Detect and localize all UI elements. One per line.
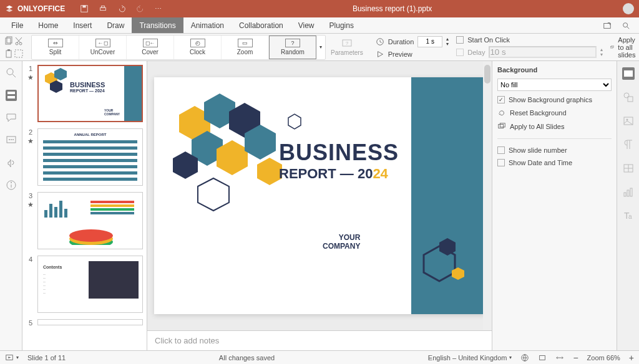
svg-marker-21 xyxy=(378,51,383,57)
hex-corner-graphic xyxy=(405,233,474,302)
spellcheck-icon[interactable] xyxy=(520,353,529,362)
apply-all-button[interactable]: Apply to all slides xyxy=(618,36,639,59)
svg-marker-62 xyxy=(452,267,464,280)
canvas-scrollbar[interactable] xyxy=(483,61,492,330)
apply-icon xyxy=(497,122,506,131)
select-all-icon[interactable] xyxy=(14,49,24,59)
svg-rect-44 xyxy=(90,204,134,207)
user-avatar[interactable] xyxy=(623,3,634,14)
slide-canvas[interactable]: BUSINESS REPORT — 2024 YOURCOMPANY xyxy=(154,77,485,314)
redo-icon[interactable] xyxy=(136,4,145,13)
menu-insert[interactable]: Insert xyxy=(66,17,99,33)
show-graphics-checkbox[interactable]: ✓ xyxy=(497,96,505,103)
menu-draw[interactable]: Draw xyxy=(99,17,132,33)
svg-rect-38 xyxy=(44,210,47,218)
svg-point-29 xyxy=(9,139,10,140)
svg-marker-0 xyxy=(6,6,13,9)
svg-rect-6 xyxy=(604,23,611,28)
feedback-icon[interactable] xyxy=(6,157,17,168)
slide-canvas-area: BUSINESS REPORT — 2024 YOURCOMPANY Click… xyxy=(147,61,492,350)
transition-gallery-expand[interactable]: ▾ xyxy=(316,36,325,59)
svg-rect-73 xyxy=(624,193,626,196)
table-settings-icon[interactable] xyxy=(622,162,635,175)
bg-fill-select[interactable]: No fill xyxy=(497,79,612,91)
more-icon[interactable]: ⋯ xyxy=(155,5,162,13)
start-on-click-checkbox[interactable] xyxy=(456,36,464,44)
paragraph-settings-icon[interactable] xyxy=(622,138,635,151)
transition-zoom[interactable]: ▭Zoom xyxy=(222,36,269,59)
delay-down[interactable]: ▾ xyxy=(600,52,603,57)
duration-down[interactable]: ▾ xyxy=(446,42,449,47)
reset-icon xyxy=(497,108,506,117)
slide-thumb-3[interactable] xyxy=(37,192,143,249)
comments-icon[interactable] xyxy=(6,112,17,123)
fit-page-icon[interactable] xyxy=(538,353,547,362)
find-icon[interactable] xyxy=(6,67,17,79)
duration-input[interactable] xyxy=(417,36,442,47)
apply-all-slides-button[interactable]: Apply to All Slides xyxy=(497,122,612,131)
transition-split[interactable]: ⇔Split xyxy=(32,36,79,59)
menubar: File Home Insert Draw Transitions Animat… xyxy=(0,17,639,34)
clock-icon xyxy=(376,37,384,46)
delay-label: Delay xyxy=(467,49,485,56)
search-icon[interactable] xyxy=(622,21,630,30)
language-selector[interactable]: English – United Kingdom▾ xyxy=(428,354,512,362)
svg-marker-79 xyxy=(8,357,11,358)
slide-thumb-4[interactable]: Contents —————— xyxy=(37,256,143,313)
thumbnails-icon[interactable] xyxy=(6,90,17,101)
save-icon[interactable] xyxy=(80,4,89,13)
copy-icon[interactable] xyxy=(4,36,14,46)
chat-icon[interactable] xyxy=(6,135,17,146)
menu-plugins[interactable]: Plugins xyxy=(322,17,361,33)
fit-width-icon[interactable] xyxy=(555,353,564,362)
shape-settings-icon[interactable] xyxy=(622,91,635,103)
open-location-icon[interactable] xyxy=(603,21,612,30)
play-icon[interactable] xyxy=(376,50,384,59)
svg-marker-59 xyxy=(288,114,301,129)
svg-rect-26 xyxy=(7,92,15,94)
slide-thumb-1[interactable]: BUSINESS REPORT — 2024 YOURCOMPANY xyxy=(37,65,143,122)
undo-icon[interactable] xyxy=(117,4,126,13)
svg-point-66 xyxy=(624,93,629,98)
print-icon[interactable] xyxy=(99,4,107,13)
image-settings-icon[interactable] xyxy=(622,115,635,127)
slide-settings-icon[interactable] xyxy=(622,67,635,80)
paste-icon[interactable] xyxy=(4,49,14,59)
about-icon[interactable] xyxy=(6,180,17,191)
delay-input[interactable] xyxy=(489,46,597,58)
show-date-time-label: Show Date and Time xyxy=(509,159,572,166)
zoom-out-button[interactable]: − xyxy=(573,353,578,363)
show-date-time-checkbox[interactable] xyxy=(497,159,505,166)
transition-clock[interactable]: ◴Clock xyxy=(174,36,222,59)
svg-rect-27 xyxy=(7,96,15,98)
slideshow-button[interactable]: ▾ xyxy=(5,353,19,362)
preview-button[interactable]: Preview xyxy=(388,50,412,58)
menu-animation[interactable]: Animation xyxy=(183,17,232,33)
transition-cover[interactable]: ◻←Cover xyxy=(127,36,174,59)
main-area: 1★ BUSINESS REPORT — 2024 YOURCOMPANY 2★… xyxy=(0,61,639,350)
menu-collaboration[interactable]: Collaboration xyxy=(232,17,291,33)
duration-label: Duration xyxy=(388,38,414,46)
zoom-in-button[interactable]: + xyxy=(629,353,634,363)
text-art-settings-icon[interactable]: Ta xyxy=(622,209,635,222)
menu-view[interactable]: View xyxy=(291,17,322,33)
slide-subtitle: REPORT — 2024 xyxy=(279,166,388,182)
slide-position: Slide 1 of 11 xyxy=(27,354,66,362)
menu-transitions[interactable]: Transitions xyxy=(132,17,183,33)
notes-area[interactable]: Click to add notes xyxy=(147,330,492,350)
show-slide-number-checkbox[interactable] xyxy=(497,146,505,154)
menu-file[interactable]: File xyxy=(4,17,31,33)
chart-settings-icon[interactable] xyxy=(622,186,635,198)
bg-panel-title: Background xyxy=(497,66,612,74)
svg-marker-58 xyxy=(198,178,229,211)
cut-icon[interactable] xyxy=(14,36,24,46)
zoom-level[interactable]: Zoom 66% xyxy=(587,354,620,362)
slide-thumb-5[interactable] xyxy=(37,319,143,325)
reset-background-button[interactable]: Reset Background xyxy=(497,108,612,117)
transition-uncover[interactable]: ←◻UnCover xyxy=(79,36,127,59)
svg-rect-42 xyxy=(64,209,67,218)
transition-random[interactable]: ?Random xyxy=(269,36,316,59)
menu-home[interactable]: Home xyxy=(31,17,66,33)
slide-thumb-2[interactable]: ANNUAL REPORT xyxy=(37,128,143,186)
delay-checkbox[interactable] xyxy=(456,49,464,56)
